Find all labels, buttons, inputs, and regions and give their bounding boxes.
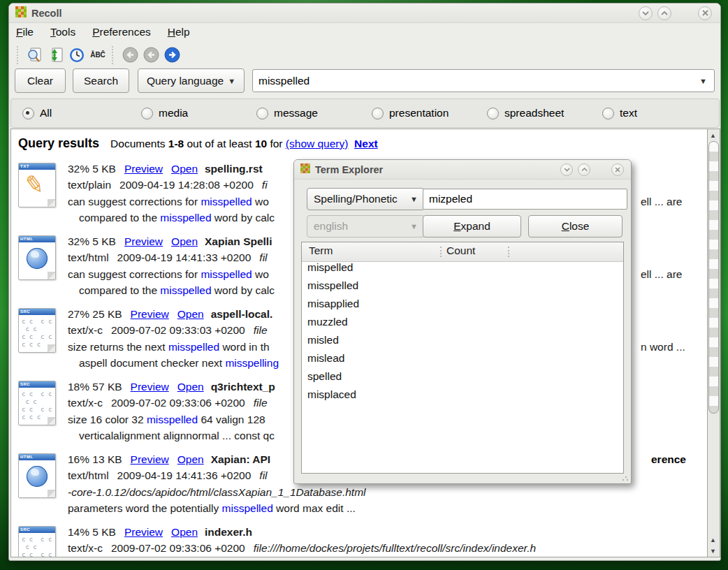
resize-grip[interactable]: [622, 474, 629, 481]
radio-spreadsheet[interactable]: [487, 108, 499, 119]
page-fold: [48, 272, 56, 280]
radio-presentation[interactable]: [372, 108, 384, 119]
menu-preferences[interactable]: Preferences: [92, 26, 151, 38]
filter-option-text[interactable]: text: [602, 99, 637, 127]
clear-button[interactable]: Clear: [15, 68, 66, 93]
show-query-link[interactable]: (show query): [286, 138, 349, 149]
close-button[interactable]: [698, 6, 712, 20]
term-table-row[interactable]: misapplied: [302, 298, 623, 316]
expand-button[interactable]: Expand: [423, 215, 521, 238]
term-table-row[interactable]: misspelled: [302, 279, 623, 298]
result-filename: Xapian Spelli: [205, 235, 272, 247]
term-cell: misplaced: [302, 388, 446, 407]
previous-page-button[interactable]: [140, 45, 161, 66]
open-link[interactable]: Open: [177, 308, 204, 320]
filter-option-message[interactable]: message: [256, 99, 318, 127]
dialog-minimize-button[interactable]: [560, 163, 573, 176]
query-language-label: Query language: [147, 75, 224, 87]
menu-file[interactable]: File: [16, 26, 34, 38]
result-filename: spelling.rst: [205, 163, 263, 175]
sort-parameters-button[interactable]: [45, 45, 66, 66]
menu-tools[interactable]: Tools: [50, 26, 75, 38]
menu-help[interactable]: Help: [168, 26, 190, 38]
column-separator[interactable]: [508, 247, 509, 257]
snippet-fragment: ell ... are: [641, 266, 682, 282]
expand-button-label: Expand: [453, 220, 490, 233]
filter-option-presentation[interactable]: presentation: [372, 99, 449, 127]
preview-link[interactable]: Preview: [131, 453, 169, 465]
term-input[interactable]: mizpeled: [423, 189, 627, 210]
result-meta-line: text/x-c2009-07-02 09:33:06 +0200file://…: [68, 540, 708, 556]
filter-label: All: [40, 107, 52, 119]
relevance-percent: 16% 13 KB: [68, 453, 122, 465]
dialog-maximize-button[interactable]: [578, 163, 590, 176]
result-url: file:///home/dockes/projets/fulltext/rec…: [254, 542, 536, 554]
column-separator[interactable]: [440, 247, 442, 257]
arrow-right-icon: [164, 47, 180, 63]
snippet-segment: parameters word the potentially: [68, 502, 222, 514]
term-table-row[interactable]: misled: [302, 334, 623, 352]
search-query-combobox[interactable]: misspelled ▼: [252, 69, 715, 92]
file-type-label: SRC: [19, 381, 55, 388]
open-link[interactable]: Open: [177, 381, 204, 393]
toolbar-handle[interactable]: [17, 46, 21, 64]
column-header-count[interactable]: Count: [446, 244, 475, 257]
open-link[interactable]: Open: [171, 235, 198, 247]
language-dropdown[interactable]: english ▼: [307, 215, 425, 238]
column-header-term[interactable]: Term: [309, 244, 333, 257]
radio-media[interactable]: [141, 108, 153, 119]
term-table-row[interactable]: spelled: [302, 370, 623, 388]
preview-link[interactable]: Preview: [131, 381, 169, 393]
next-page-button[interactable]: [161, 45, 182, 66]
result-url: file: [254, 324, 268, 336]
filter-label: media: [159, 107, 188, 119]
radio-all[interactable]: [22, 108, 34, 119]
filter-option-media[interactable]: media: [141, 99, 188, 127]
chevron-up-icon: [661, 11, 668, 15]
dialog-titlebar: Term Explorer: [294, 160, 631, 180]
minimize-button[interactable]: [639, 6, 653, 20]
scrollbar-thumb[interactable]: [708, 141, 719, 414]
snippet-segment-highlight: misspelled: [160, 212, 211, 224]
term-table-row[interactable]: misplaced: [302, 388, 623, 407]
radio-text[interactable]: [602, 108, 614, 119]
expansion-mode-value: Spelling/Phonetic: [314, 193, 398, 205]
first-page-button[interactable]: [119, 45, 140, 66]
next-page-link[interactable]: Next: [354, 138, 378, 149]
scroll-down-icon[interactable]: ▼: [708, 546, 718, 556]
radio-message[interactable]: [256, 108, 268, 119]
term-table-row[interactable]: muzzled: [302, 316, 623, 334]
dialog-close-button[interactable]: [611, 163, 624, 176]
maximize-button[interactable]: [657, 6, 671, 20]
term-explorer-button[interactable]: ÅBĈ: [87, 45, 108, 66]
pencil-icon: ✎: [22, 169, 46, 200]
snippet-fragment: ell ... are: [641, 193, 682, 210]
preview-link[interactable]: Preview: [124, 526, 163, 538]
chevron-up-icon: [581, 168, 588, 172]
open-link[interactable]: Open: [171, 526, 198, 538]
advanced-search-button[interactable]: [24, 45, 45, 66]
mime-type: text/plain: [68, 179, 111, 191]
search-button[interactable]: Search: [73, 68, 129, 93]
filter-option-spreadsheet[interactable]: spreadsheet: [487, 99, 564, 127]
expansion-mode-dropdown[interactable]: Spelling/Phonetic ▼: [307, 188, 425, 210]
query-language-dropdown[interactable]: Query language ▼: [138, 68, 245, 93]
window-title: Recoll: [31, 8, 62, 19]
sort-parameters-icon: [48, 47, 64, 64]
preview-link[interactable]: Preview: [124, 235, 163, 247]
file-type-icon-src: SRCc c c c c c c c c c c c c: [18, 526, 56, 557]
open-link[interactable]: Open: [177, 453, 204, 465]
close-dialog-button[interactable]: Close: [528, 215, 623, 238]
scroll-up-icon[interactable]: ▲: [708, 130, 718, 140]
history-button[interactable]: [66, 45, 87, 66]
open-link[interactable]: Open: [171, 163, 198, 175]
term-table-row[interactable]: mislead: [302, 352, 623, 370]
term-cell: muzzled: [302, 316, 446, 334]
scroll-up-icon[interactable]: ▲: [708, 534, 718, 545]
preview-link[interactable]: Preview: [124, 163, 163, 175]
filter-option-all[interactable]: All: [22, 99, 52, 127]
result-title-line: 14% 5 KBPreviewOpenindexer.h: [68, 524, 708, 540]
term-table-row[interactable]: mispelled: [302, 261, 623, 279]
preview-link[interactable]: Preview: [131, 308, 169, 320]
results-scrollbar[interactable]: ▲ ▲ ▼: [707, 129, 720, 557]
